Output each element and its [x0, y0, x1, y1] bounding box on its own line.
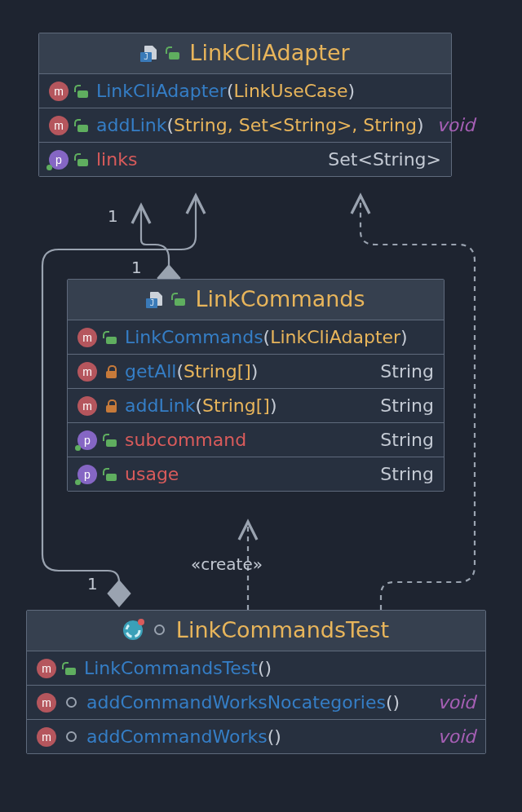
- member-row[interactable]: m LinkCommandsTest(): [27, 651, 485, 686]
- multiplicity-label: 1: [108, 206, 118, 226]
- unlock-icon: [104, 433, 118, 448]
- member-row[interactable]: p usage String: [68, 457, 444, 491]
- member-name: links: [96, 149, 137, 170]
- method-badge-icon: m: [77, 328, 97, 347]
- unlock-icon: [75, 118, 90, 133]
- svg-point-0: [126, 624, 139, 637]
- method-badge-icon: m: [77, 362, 97, 382]
- member-row[interactable]: m addLink(String, Set<String>, String) v…: [39, 108, 451, 143]
- member-name: addCommandWorks: [86, 726, 268, 747]
- class-badge-icon: [123, 620, 143, 640]
- member-name: LinkCliAdapter: [96, 81, 227, 101]
- member-params: LinkUseCase: [234, 81, 348, 101]
- method-badge-icon: m: [49, 82, 69, 101]
- method-badge-icon: m: [49, 116, 69, 135]
- package-visibility-icon: [66, 731, 77, 742]
- multiplicity-label: 1: [87, 574, 98, 594]
- class-title: LinkCommands: [195, 286, 365, 311]
- member-params: LinkCliAdapter: [270, 327, 400, 347]
- return-type: String: [380, 395, 434, 416]
- member-name: LinkCommandsTest: [84, 658, 258, 678]
- member-name: addCommandWorksNocategories: [86, 692, 386, 713]
- property-badge-icon: p: [77, 465, 97, 484]
- unlock-icon: [166, 46, 181, 60]
- return-type: void: [437, 692, 476, 713]
- member-params: String[]: [202, 395, 270, 416]
- member-row[interactable]: m addLink(String[]) String: [68, 389, 444, 423]
- member-params: String[]: [184, 361, 251, 382]
- member-name: addLink: [96, 115, 166, 135]
- return-type: void: [437, 115, 476, 135]
- member-row[interactable]: m LinkCommands(LinkCliAdapter): [68, 320, 444, 355]
- java-file-icon: J: [140, 46, 158, 60]
- return-type: String: [380, 430, 434, 450]
- member-row[interactable]: m addCommandWorksNocategories() void: [27, 686, 485, 720]
- member-name: addLink: [125, 395, 195, 416]
- multiplicity-label: 1: [131, 258, 142, 277]
- return-type: String: [380, 361, 434, 382]
- class-title: LinkCliAdapter: [189, 40, 349, 65]
- lock-icon: [104, 364, 118, 379]
- package-visibility-icon: [66, 697, 77, 708]
- unlock-icon: [172, 292, 187, 307]
- method-badge-icon: m: [37, 659, 56, 678]
- member-row[interactable]: p subcommand String: [68, 423, 444, 457]
- method-badge-icon: m: [37, 693, 56, 713]
- class-header: J LinkCommands: [68, 280, 444, 320]
- property-badge-icon: p: [77, 430, 97, 450]
- member-row[interactable]: p links Set<String>: [39, 143, 451, 176]
- member-row[interactable]: m LinkCliAdapter(LinkUseCase): [39, 74, 451, 108]
- return-type: void: [437, 726, 476, 747]
- class-linkcliadapter[interactable]: J LinkCliAdapter m LinkCliAdapter(LinkUs…: [38, 33, 452, 177]
- class-title: LinkCommandsTest: [176, 617, 389, 642]
- property-badge-icon: p: [49, 150, 69, 170]
- return-type: String: [380, 464, 434, 484]
- class-linkcommandstest[interactable]: LinkCommandsTest m LinkCommandsTest() m …: [26, 610, 486, 754]
- method-badge-icon: m: [77, 396, 97, 416]
- class-header: LinkCommandsTest: [27, 611, 485, 651]
- lock-icon: [104, 399, 118, 413]
- member-name: usage: [125, 464, 179, 484]
- unlock-icon: [63, 661, 77, 676]
- method-badge-icon: m: [37, 727, 56, 747]
- unlock-icon: [104, 330, 118, 345]
- java-file-icon: J: [146, 292, 164, 307]
- class-header: J LinkCliAdapter: [39, 33, 451, 74]
- member-name: LinkCommands: [125, 327, 263, 347]
- member-name: getAll: [125, 361, 176, 382]
- member-row[interactable]: m addCommandWorks() void: [27, 720, 485, 753]
- unlock-icon: [75, 84, 90, 99]
- member-params: String, Set<String>, String: [174, 115, 417, 135]
- class-linkcommands[interactable]: J LinkCommands m LinkCommands(LinkCliAda…: [67, 279, 445, 492]
- unlock-icon: [104, 467, 118, 482]
- unlock-icon: [75, 152, 90, 167]
- package-visibility-icon: [154, 624, 165, 635]
- member-row[interactable]: m getAll(String[]) String: [68, 355, 444, 389]
- return-type: Set<String>: [328, 149, 441, 170]
- member-name: subcommand: [125, 430, 246, 450]
- create-label: «create»: [191, 554, 263, 574]
